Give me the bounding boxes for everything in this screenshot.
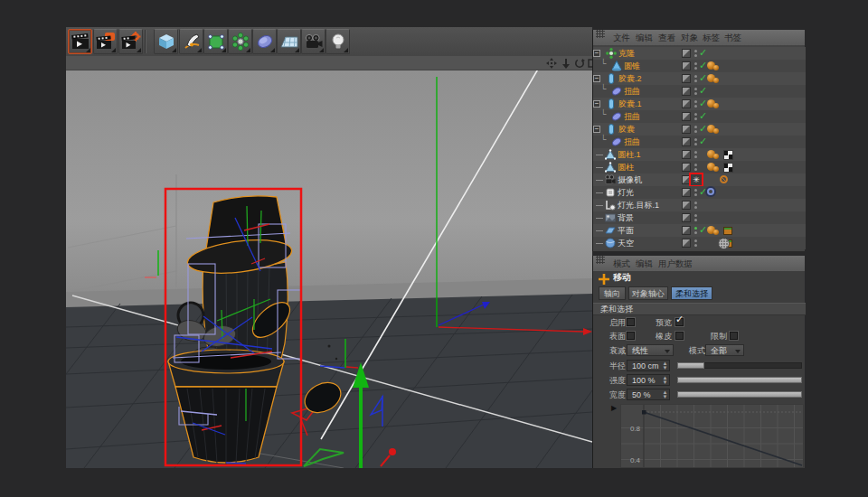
object-row-light-target[interactable]: 灯光.目标.1 — [593, 199, 806, 211]
render-visibility-dot[interactable] — [694, 193, 697, 196]
edit-render-settings-button[interactable] — [118, 29, 143, 54]
editor-visibility-dot[interactable] — [694, 126, 697, 128]
collapse-toggle[interactable]: − — [593, 126, 600, 133]
section-soft-selection[interactable]: 柔和选择 — [593, 303, 806, 315]
material-tag-small[interactable] — [713, 166, 719, 172]
preview-checkbox[interactable]: ✓ — [675, 318, 684, 326]
layer-square[interactable] — [682, 201, 691, 210]
render-visibility-dot[interactable] — [694, 168, 697, 171]
material-tag-small[interactable] — [713, 78, 719, 83]
dolly-icon[interactable] — [560, 57, 572, 70]
spline-pen-button[interactable] — [179, 29, 203, 54]
uvw-tag[interactable] — [723, 150, 733, 160]
strength-input[interactable]: 100 %▲▼ — [627, 374, 670, 386]
layer-square[interactable] — [682, 213, 691, 222]
object-row-bend[interactable]: └扭曲✓ — [593, 110, 806, 123]
spline-primitive-button[interactable] — [252, 29, 277, 54]
editor-visibility-dot[interactable] — [694, 239, 697, 242]
cube-primitive-button[interactable] — [154, 29, 178, 54]
tab-axis[interactable]: 轴向 — [599, 286, 626, 300]
editor-visibility-dot[interactable] — [694, 138, 697, 141]
editor-visibility-dot[interactable] — [694, 214, 697, 217]
object-row-sky[interactable]: 天空 — [593, 237, 806, 249]
render-to-picture-viewer-button[interactable] — [93, 29, 118, 54]
editor-visibility-dot[interactable] — [694, 50, 697, 52]
restrict-checkbox[interactable] — [730, 332, 738, 340]
layer-square[interactable] — [682, 99, 691, 108]
protection-tag[interactable] — [720, 175, 728, 183]
layer-square[interactable] — [682, 188, 691, 197]
object-row-camera[interactable]: 摄像机✳ — [593, 173, 806, 186]
menu-objects[interactable]: 对象 — [681, 30, 698, 45]
render-visibility-dot[interactable] — [694, 54, 697, 57]
material-tag-small[interactable] — [713, 65, 719, 70]
menu-edit[interactable]: 编辑 — [636, 30, 653, 45]
layer-square[interactable] — [682, 112, 691, 121]
layer-square[interactable] — [682, 150, 691, 159]
editor-visibility-dot[interactable] — [694, 62, 697, 65]
width-input[interactable]: 50 %▲▼ — [627, 389, 670, 400]
editor-visibility-dot[interactable] — [694, 189, 697, 192]
texture-tag-noise[interactable] — [718, 238, 730, 249]
render-visibility-dot[interactable] — [694, 67, 697, 70]
editor-visibility-dot[interactable] — [694, 227, 697, 230]
object-row-polygon[interactable]: 圆柱 — [593, 161, 806, 173]
editor-visibility-dot[interactable] — [694, 100, 697, 103]
render-visibility-dot[interactable] — [694, 92, 697, 95]
render-visibility-dot[interactable] — [694, 105, 697, 108]
layer-square[interactable] — [682, 87, 691, 96]
graph-expander[interactable]: ▶ — [611, 404, 617, 412]
render-visibility-dot[interactable] — [694, 80, 697, 82]
width-slider[interactable] — [677, 391, 802, 398]
editor-visibility-dot[interactable] — [694, 113, 697, 116]
enabled-check[interactable]: ✓ — [699, 110, 710, 122]
material-tag-small[interactable] — [713, 230, 719, 235]
layer-square[interactable] — [682, 125, 691, 134]
rubber-checkbox[interactable] — [675, 332, 684, 340]
strength-slider[interactable] — [677, 377, 802, 383]
layer-square[interactable] — [682, 49, 691, 58]
menu-tags[interactable]: 标签 — [703, 30, 720, 45]
render-view-button[interactable] — [68, 29, 92, 54]
menu-edit[interactable]: 编辑 — [636, 256, 653, 271]
render-visibility-dot[interactable] — [694, 117, 697, 120]
render-visibility-dot[interactable] — [694, 219, 697, 221]
falloff-graph[interactable]: 0.8 0.4 — [620, 404, 804, 468]
render-visibility-dot[interactable] — [694, 206, 697, 209]
viewport-3d[interactable] — [66, 70, 592, 468]
render-visibility-dot[interactable] — [694, 244, 697, 247]
layer-square[interactable] — [682, 137, 691, 146]
object-row-capsule[interactable]: −胶囊✓ — [593, 123, 806, 136]
layer-square[interactable] — [682, 163, 691, 172]
panel-grip-icon[interactable] — [596, 30, 605, 38]
subdivision-surface-button[interactable] — [203, 29, 228, 54]
target-tag[interactable] — [707, 188, 714, 195]
layer-square[interactable] — [682, 239, 691, 248]
menu-mode[interactable]: 模式 — [613, 256, 630, 271]
object-row-bend[interactable]: └扭曲✓ — [593, 85, 806, 98]
material-tag-small[interactable] — [713, 128, 719, 134]
object-row-bend[interactable]: └扭曲✓ — [593, 136, 806, 148]
layer-square[interactable] — [682, 74, 691, 83]
collapse-toggle[interactable]: − — [593, 50, 600, 57]
editor-visibility-dot[interactable] — [694, 164, 697, 166]
menu-bookmarks[interactable]: 书签 — [724, 30, 741, 45]
collapse-toggle[interactable]: − — [593, 75, 600, 82]
editor-visibility-dot[interactable] — [694, 88, 697, 90]
menu-view[interactable]: 查看 — [658, 30, 675, 45]
object-row-capsule[interactable]: −胶囊.2✓ — [593, 72, 806, 85]
enabled-check[interactable]: ✓ — [699, 136, 710, 147]
layer-square[interactable] — [682, 61, 691, 70]
editor-visibility-dot[interactable] — [694, 75, 697, 78]
object-row-light[interactable]: 灯光✓ — [593, 186, 806, 199]
texture-tag-grass[interactable] — [723, 227, 732, 235]
collapse-toggle[interactable]: − — [593, 100, 600, 108]
layer-square[interactable] — [682, 226, 691, 235]
editor-visibility-dot[interactable] — [694, 202, 697, 204]
object-row-cloner[interactable]: −克隆✓ — [593, 47, 806, 60]
tab-soft-selection[interactable]: 柔和选择 — [671, 286, 712, 300]
enable-checkbox[interactable] — [627, 318, 635, 326]
rotate-icon[interactable] — [573, 57, 586, 70]
enabled-check[interactable]: ✓ — [699, 85, 710, 97]
material-tag-small[interactable] — [713, 103, 719, 108]
